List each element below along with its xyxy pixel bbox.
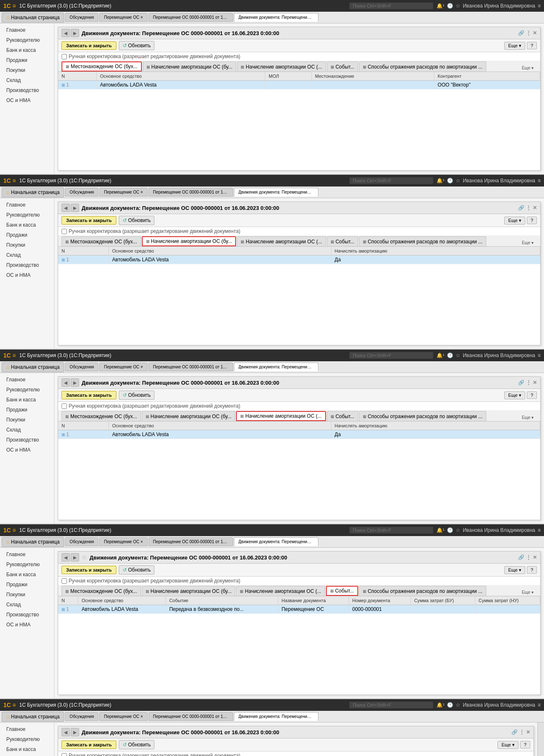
nav-tab-1[interactable]: Обсуждения bbox=[65, 537, 98, 546]
manual-edit-checkbox[interactable] bbox=[62, 229, 67, 234]
sidebar-item-3[interactable]: Продажи bbox=[0, 230, 54, 240]
star-icon[interactable]: ☆ bbox=[456, 352, 460, 358]
nav-tab-1[interactable]: Обсуждения bbox=[65, 13, 98, 22]
close-icon[interactable]: ✕ bbox=[533, 380, 537, 386]
sidebar-item-3[interactable]: Продажи bbox=[0, 405, 54, 415]
star-icon[interactable]: ☆ bbox=[456, 702, 460, 708]
doc-tab-0[interactable]: ▦Местонахождение ОС (бух... bbox=[62, 411, 141, 421]
doc-tab-1[interactable]: ▦Начисление амортизации ОС (бу... bbox=[143, 61, 236, 72]
notification-icon[interactable]: 🔔¹ bbox=[436, 527, 444, 533]
doc-tab-3[interactable]: ▦Событ... bbox=[327, 411, 358, 421]
nav-tab-4[interactable]: Движения документа: Перемещение ОС 0000-… bbox=[234, 13, 318, 22]
refresh-button[interactable]: ↺ Обновить bbox=[119, 216, 154, 225]
menu-icon[interactable]: ≡ bbox=[538, 702, 541, 708]
sidebar-item-0[interactable]: Главное bbox=[0, 200, 54, 210]
nav-tab-4[interactable]: Движения документа: Перемещение ОС 0000-… bbox=[234, 712, 318, 721]
table-row[interactable]: ⊞ 1Автомобиль LADA VestaДа bbox=[58, 430, 540, 439]
sidebar-item-2[interactable]: Банк и касса bbox=[0, 744, 54, 754]
sidebar-item-1[interactable]: Руководителю bbox=[0, 559, 54, 570]
close-icon[interactable]: ✕ bbox=[533, 205, 537, 211]
doc-tab-1[interactable]: ▦Начисление амортизации ОС (бу... bbox=[142, 236, 236, 246]
more-icon[interactable]: ⋮ bbox=[526, 30, 531, 36]
sidebar-item-5[interactable]: Склад bbox=[0, 600, 54, 610]
sidebar-item-5[interactable]: Склад bbox=[0, 75, 54, 85]
star-icon[interactable]: ☆ bbox=[456, 3, 460, 9]
sidebar-item-6[interactable]: Производство bbox=[0, 260, 54, 270]
doc-tab-0[interactable]: ▦Местонахождение ОС (бух... bbox=[62, 61, 142, 72]
sidebar-item-1[interactable]: Руководителю bbox=[0, 734, 54, 744]
star-bookmark[interactable]: ☆ bbox=[82, 554, 87, 561]
table-row[interactable]: ⊞ 1Автомобиль LADA VestaДа bbox=[58, 255, 540, 264]
sidebar-item-7[interactable]: ОС и НМА bbox=[0, 445, 54, 455]
back-button[interactable]: ◀ bbox=[62, 728, 70, 736]
notification-icon[interactable]: 🔔¹ bbox=[436, 352, 444, 358]
sidebar-item-4[interactable]: Покупки bbox=[0, 240, 54, 250]
nav-tab-0[interactable]: ⌂Начальная страница bbox=[2, 13, 64, 23]
search-input[interactable] bbox=[349, 527, 433, 534]
help-button[interactable]: ? bbox=[527, 391, 537, 399]
more-icon[interactable]: ⋮ bbox=[526, 205, 531, 211]
doc-tab-2[interactable]: ▦Начисление амортизации ОС (... bbox=[237, 61, 326, 72]
save-close-button[interactable]: Записать и закрыть bbox=[62, 391, 116, 399]
link-icon[interactable]: 🔗 bbox=[518, 380, 524, 386]
doc-tab-4[interactable]: ▦Способы отражения расходов по амортизац… bbox=[359, 61, 486, 72]
sidebar-item-2[interactable]: Банк и касса bbox=[0, 220, 54, 230]
more-button[interactable]: Еще ▾ bbox=[504, 391, 525, 399]
notification-icon[interactable]: 🔔¹ bbox=[436, 3, 444, 9]
sidebar-item-0[interactable]: Главное bbox=[0, 724, 54, 734]
link-icon[interactable]: 🔗 bbox=[518, 30, 524, 36]
doc-tab-1[interactable]: ▦Начисление амортизации ОС (бу... bbox=[142, 411, 236, 421]
more-button[interactable]: Еще ▾ bbox=[504, 42, 525, 50]
nav-tab-4[interactable]: Движения документа: Перемещение ОС 0000-… bbox=[234, 537, 318, 546]
forward-button[interactable]: ▶ bbox=[71, 204, 79, 212]
close-icon[interactable]: ✕ bbox=[526, 729, 530, 735]
sidebar-item-3[interactable]: Продажи bbox=[0, 580, 54, 590]
forward-button[interactable]: ▶ bbox=[71, 728, 79, 736]
doc-tab-2[interactable]: ▦Начисление амортизации ОС (... bbox=[236, 411, 326, 421]
doc-tab-4[interactable]: ▦Способы отражения расходов по амортизац… bbox=[359, 236, 486, 246]
sidebar-item-6[interactable]: Производство bbox=[0, 435, 54, 445]
table-row[interactable]: ⊞ 1Автомобиль LADA VestaООО "Вектор" bbox=[58, 81, 540, 89]
doc-tab-1[interactable]: ▦Начисление амортизации ОС (бу... bbox=[142, 586, 236, 596]
sidebar-item-7[interactable]: ОС и НМА bbox=[0, 95, 54, 105]
sidebar-item-2[interactable]: Банк и касса bbox=[0, 45, 54, 55]
doc-tab-4[interactable]: ▦Способы отражения расходов по амортизац… bbox=[359, 411, 486, 421]
manual-edit-checkbox[interactable] bbox=[62, 54, 67, 59]
tabs-more-button[interactable]: Еще ▾ bbox=[518, 589, 537, 596]
more-button[interactable]: Еще ▾ bbox=[498, 741, 518, 749]
nav-tab-2[interactable]: Перемещение ОС × bbox=[99, 712, 147, 721]
sidebar-item-0[interactable]: Главное bbox=[0, 375, 54, 385]
nav-tab-2[interactable]: Перемещение ОС × bbox=[99, 363, 147, 371]
help-button[interactable]: ? bbox=[527, 42, 537, 49]
sidebar-item-1[interactable]: Руководителю bbox=[0, 210, 54, 220]
clock-icon[interactable]: 🕐 bbox=[447, 178, 453, 184]
more-icon[interactable]: ⋮ bbox=[526, 380, 531, 386]
sidebar-item-0[interactable]: Главное bbox=[0, 25, 54, 35]
manual-edit-checkbox[interactable] bbox=[62, 404, 67, 409]
doc-tab-0[interactable]: ▦Местонахождение ОС (бух... bbox=[62, 586, 141, 596]
nav-tab-4[interactable]: Движения документа: Перемещение ОС 0000-… bbox=[234, 363, 318, 371]
sidebar-item-0[interactable]: Главное bbox=[0, 549, 54, 559]
nav-tab-3[interactable]: Перемещение ОС 0000-000001 от 16.06.2023… bbox=[149, 712, 233, 721]
doc-tab-2[interactable]: ▦Начисление амортизации ОС (... bbox=[237, 236, 326, 246]
notification-icon[interactable]: 🔔¹ bbox=[436, 178, 444, 184]
link-icon[interactable]: 🔗 bbox=[511, 729, 518, 735]
help-button[interactable]: ? bbox=[527, 566, 537, 574]
more-button[interactable]: Еще ▾ bbox=[504, 566, 525, 574]
sidebar-item-5[interactable]: Склад bbox=[0, 425, 54, 435]
menu-icon[interactable]: ≡ bbox=[538, 3, 541, 9]
nav-tab-3[interactable]: Перемещение ОС 0000-000001 от 16.06.2023… bbox=[149, 13, 233, 22]
menu-icon[interactable]: ≡ bbox=[538, 352, 541, 358]
forward-button[interactable]: ▶ bbox=[71, 553, 79, 562]
save-close-button[interactable]: Записать и закрыть bbox=[62, 41, 116, 50]
star-icon[interactable]: ☆ bbox=[456, 527, 460, 533]
refresh-button[interactable]: ↺ Обновить bbox=[119, 41, 154, 50]
sidebar-item-6[interactable]: Производство bbox=[0, 610, 54, 620]
manual-edit-checkbox[interactable] bbox=[62, 578, 67, 584]
back-button[interactable]: ◀ bbox=[62, 378, 70, 387]
doc-tab-3[interactable]: ▦Событ... bbox=[327, 236, 358, 246]
help-button[interactable]: ? bbox=[520, 741, 530, 748]
tabs-more-button[interactable]: Еще ▾ bbox=[518, 239, 537, 246]
nav-tab-3[interactable]: Перемещение ОС 0000-000001 от 16.06.2023… bbox=[149, 363, 233, 371]
search-input[interactable] bbox=[349, 177, 433, 184]
